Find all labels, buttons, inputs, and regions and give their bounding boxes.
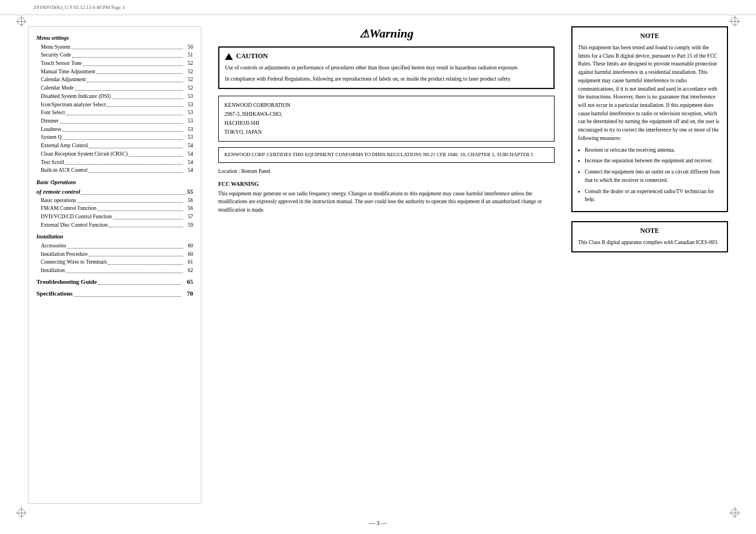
main-content: Menu settings Menu System 50 Security Co… (0, 15, 756, 515)
note-2-text: This Class B digital apparatus complies … (578, 238, 721, 247)
note-1-text: This equipment has been tested and found… (578, 44, 721, 204)
fcc-warning-text: This equipment may generate or use radio… (218, 190, 555, 214)
document-page: Z910DVD(K)_U.S 02.12.13 6:40 PM Page 3 M… (0, 0, 756, 534)
toc-entry-ext-disc: External Disc Control Function 59 (36, 221, 193, 229)
top-bar-text: Z910DVD(K)_U.S 02.12.13 6:40 PM Page 3 (34, 4, 125, 10)
location-label: Location : Bottom Panel (218, 168, 555, 174)
note-bullet-1: Reorient or relocate the receiving anten… (585, 146, 721, 154)
top-metadata-bar: Z910DVD(K)_U.S 02.12.13 6:40 PM Page 3 (0, 0, 756, 15)
toc-label: External Disc Control Function (41, 221, 108, 229)
toc-label: of remote control (36, 187, 80, 196)
toc-label: Dimmer (41, 117, 59, 125)
toc-label: Security Code (41, 51, 71, 59)
reg-mark-top-left (16, 16, 27, 27)
toc-label: Basic operations (41, 196, 76, 205)
note-2-header: NOTE (578, 227, 721, 235)
toc-entry-installation: Installation 62 (36, 266, 193, 275)
toc-label: Installation (41, 266, 65, 275)
note-bullet-4: Consult the dealer or an experienced rad… (585, 188, 721, 204)
toc-label: Specifications (36, 289, 73, 298)
note-box-1: NOTE This equipment has been tested and … (571, 26, 728, 212)
toc-label: DVD/VCD/CD Control Function (41, 213, 112, 221)
toc-label: System Q (41, 133, 62, 142)
toc-troubleshooting: Troubleshooting Guide 65 (36, 277, 193, 287)
note-1-header: NOTE (578, 32, 721, 40)
toc-label: Loudness (41, 125, 61, 134)
kenwood-address-box: KENWOOD CORPORATION 2967-3, ISHIKAWA-CHO… (218, 96, 555, 142)
toc-label: Installation Procedure (41, 250, 88, 259)
notes-panel: NOTE This equipment has been tested and … (571, 26, 728, 504)
toc-label: Touch Sensor Tone (41, 59, 82, 68)
reg-mark-bottom-right (729, 507, 740, 518)
caution-text-1: Use of controls or adjustments or perfor… (225, 64, 548, 83)
toc-panel: Menu settings Menu System 50 Security Co… (28, 26, 201, 504)
toc-label: Accessories (41, 242, 66, 250)
kenwood-certify-box: KENWOOD CORP. CERTIFIES THIS EQUIPMENT C… (218, 147, 555, 163)
toc-label: Troubleshooting Guide (36, 277, 97, 287)
page-number-text: — 3 — (369, 519, 387, 526)
toc-label: Calendar Mode (41, 84, 74, 92)
note-box-2: NOTE This Class B digital apparatus comp… (571, 221, 728, 252)
toc-label: FM/AM Control Function (41, 204, 96, 213)
warning-panel: ⚠Warning CAUTION Use of controls or adju… (201, 26, 571, 504)
note-bullet-3: Connect the equipment into an outlet on … (585, 168, 721, 184)
warning-title: ⚠Warning (218, 26, 555, 41)
toc-label: Disabled System Indicator (DSI) (41, 92, 111, 101)
caution-header: CAUTION (225, 52, 548, 60)
toc-label: Text Scroll (41, 158, 64, 167)
toc-entry-builtin-aux: Built-in AUX Control 54 (36, 166, 193, 175)
caution-box: CAUTION Use of controls or adjustments o… (218, 46, 555, 89)
warning-triangle-icon: ⚠ (359, 27, 369, 40)
toc-label: External Amp Control (41, 142, 88, 150)
toc-specifications: Specifications 70 (36, 289, 193, 298)
fcc-warning-title: FCC WARNING (218, 181, 555, 187)
note-1-bullets: Reorient or relocate the receiving anten… (585, 146, 721, 204)
toc-label: Built-in AUX Control (41, 166, 87, 175)
reg-mark-bottom-left (16, 507, 27, 518)
reg-mark-top-right (729, 16, 740, 27)
toc-label: Menu System (41, 43, 71, 51)
caution-triangle-icon (225, 53, 233, 60)
note-bullet-2: Increase the separation between the equi… (585, 157, 721, 165)
page-number: — 3 — (0, 515, 756, 534)
